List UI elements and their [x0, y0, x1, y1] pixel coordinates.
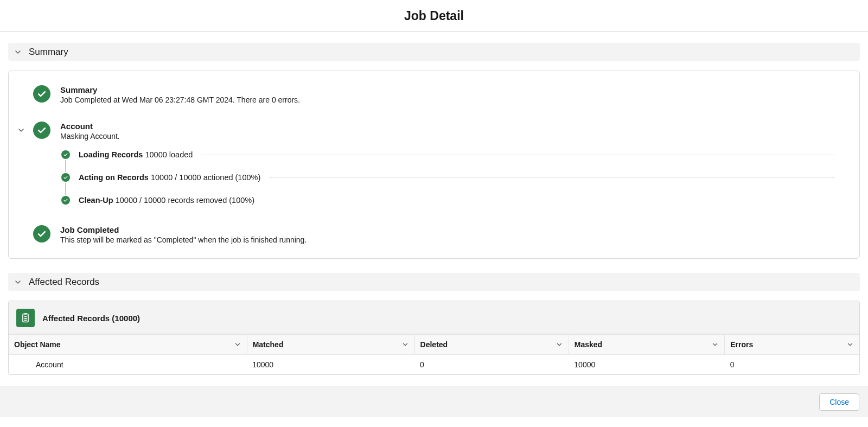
step-text: Loading Records 10000 loaded	[79, 150, 193, 159]
column-header[interactable]: Object Name	[9, 335, 247, 355]
completed-item-subtitle: This step will be marked as "Completed" …	[60, 235, 307, 244]
step-text: Acting on Records 10000 / 10000 actioned…	[79, 173, 260, 182]
column-header[interactable]: Deleted	[414, 335, 569, 355]
check-circle-icon	[33, 85, 50, 103]
summary-item-subtitle: Job Completed at Wed Mar 06 23:27:48 GMT…	[60, 95, 300, 104]
summary-panel: Summary Job Completed at Wed Mar 06 23:2…	[8, 71, 860, 259]
completed-item: Job Completed This step will be marked a…	[33, 225, 835, 244]
column-label: Masked	[575, 340, 602, 349]
cell-masked: 10000	[569, 355, 724, 375]
section-title-summary: Summary	[29, 47, 68, 58]
step-item: Acting on Records 10000 / 10000 actioned…	[61, 173, 835, 182]
column-header[interactable]: Errors	[725, 335, 859, 355]
step-divider	[201, 155, 835, 155]
check-circle-icon	[33, 122, 50, 139]
chevron-down-icon[interactable]	[17, 126, 25, 135]
section-toggle-records[interactable]: Affected Records	[8, 273, 860, 291]
column-label: Object Name	[14, 340, 61, 349]
column-header[interactable]: Matched	[247, 335, 414, 355]
chevron-down-icon	[234, 341, 241, 348]
page-title: Job Detail	[404, 9, 464, 23]
footer-bar: Close	[0, 386, 868, 417]
records-panel-header: Affected Records (10000)	[9, 301, 859, 334]
check-circle-small-icon	[61, 196, 70, 205]
records-panel: Affected Records (10000) Object NameMatc…	[8, 301, 860, 375]
check-circle-small-icon	[61, 150, 70, 159]
check-circle-icon	[33, 225, 50, 243]
chevron-down-icon	[14, 278, 22, 286]
clipboard-icon	[16, 309, 35, 327]
column-header[interactable]: Masked	[569, 335, 724, 355]
cell-object: Account	[9, 355, 247, 375]
section-title-records: Affected Records	[29, 277, 99, 288]
page-header: Job Detail	[0, 0, 868, 32]
records-table: Object NameMatchedDeletedMaskedErrors Ac…	[9, 334, 859, 374]
column-label: Deleted	[420, 340, 448, 349]
summary-item-title: Summary	[60, 85, 300, 94]
step-divider	[269, 177, 835, 178]
completed-item-title: Job Completed	[60, 225, 307, 234]
chevron-down-icon	[846, 341, 854, 348]
column-label: Errors	[730, 340, 753, 349]
column-label: Matched	[253, 340, 284, 349]
step-item: Clean-Up 10000 / 10000 records removed (…	[61, 196, 835, 205]
account-item: Account Masking Account.	[33, 122, 835, 141]
records-panel-title: Affected Records (10000)	[42, 314, 140, 323]
cell-deleted: 0	[414, 355, 569, 375]
account-steps: Loading Records 10000 loadedActing on Re…	[61, 150, 835, 205]
cell-matched: 10000	[247, 355, 414, 375]
step-connector	[65, 160, 66, 172]
chevron-down-icon	[14, 48, 22, 56]
summary-item: Summary Job Completed at Wed Mar 06 23:2…	[33, 85, 835, 104]
step-text: Clean-Up 10000 / 10000 records removed (…	[79, 196, 254, 205]
close-button[interactable]: Close	[819, 393, 859, 411]
section-toggle-summary[interactable]: Summary	[8, 43, 860, 61]
account-item-subtitle: Masking Account.	[60, 132, 120, 141]
cell-errors: 0	[725, 355, 859, 375]
chevron-down-icon	[556, 341, 563, 348]
step-connector	[65, 183, 66, 195]
step-item: Loading Records 10000 loaded	[61, 150, 835, 159]
account-item-title: Account	[60, 122, 120, 131]
table-row: Account100000100000	[9, 355, 859, 375]
chevron-down-icon	[711, 341, 719, 348]
chevron-down-icon	[401, 341, 409, 348]
check-circle-small-icon	[61, 173, 70, 182]
